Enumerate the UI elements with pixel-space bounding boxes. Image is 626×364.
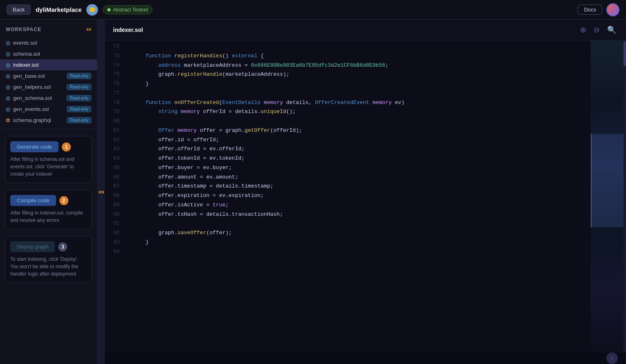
app-avatar: 🙂	[86, 4, 98, 16]
code-line: string memory offerId = details.uniqueId…	[126, 107, 591, 117]
minimap-highlight	[591, 134, 624, 227]
deploy-card-desc: To start indexing, click 'Deploy'. You w…	[10, 255, 87, 278]
code-line	[126, 247, 591, 257]
code-line: Offer memory offer = graph.getOffer(offe…	[126, 126, 591, 136]
minimap	[591, 41, 624, 352]
file-name: schema.sol	[13, 51, 40, 57]
sol-icon: ◎	[6, 51, 10, 57]
zoom-controls: ⊕ ⊖ 🔍	[578, 25, 618, 35]
generate-code-button[interactable]: Generate code	[10, 141, 59, 152]
zoom-reset-button[interactable]: ⊖	[592, 25, 601, 35]
readonly-badge: Read-only	[67, 73, 91, 79]
app-title: dyliMarketplace	[36, 6, 82, 13]
compile-card-btn-row: Compile code 2	[10, 195, 87, 206]
code-line	[126, 219, 591, 228]
code-line: offer.isActive = true;	[126, 201, 591, 210]
step-3-badge: 3	[58, 242, 67, 251]
deploy-graph-button[interactable]: Deploy graph	[10, 241, 55, 252]
code-line: address marketplaceAddress = 0x686E80Be9…	[126, 61, 591, 70]
readonly-badge: Read-only	[67, 106, 91, 112]
sidebar-item-schema[interactable]: ◎ schema.sol	[0, 48, 97, 59]
sidebar-item-gen-events[interactable]: ◎ gen_events.sol Read-only	[0, 104, 97, 115]
file-name: schema.graphql	[13, 117, 51, 123]
compile-code-button[interactable]: Compile code	[10, 195, 56, 206]
code-line: function onOfferCreated(EventDetails mem…	[126, 98, 591, 108]
code-line	[126, 117, 591, 126]
graphql-icon: ✿	[6, 117, 10, 123]
code-line: function registerHandles() external {	[126, 52, 591, 61]
code-line: offer.offerId = ev.offerId;	[126, 145, 591, 154]
file-name: gen_events.sol	[13, 106, 49, 112]
generate-card-btn-row: Generate code 1	[10, 141, 87, 152]
topnav: Back dyliMarketplace 🙂 Abstract Testnet …	[0, 0, 626, 20]
generate-card: Generate code 1 After filling in schema.…	[5, 136, 92, 183]
deploy-card: Deploy graph 3 To start indexing, click …	[5, 236, 92, 283]
code-line: offer.amount = ev.amount;	[126, 173, 591, 182]
code-panel: indexer.sol ⊕ ⊖ 🔍 7273747576777879808182…	[105, 20, 626, 364]
code-line: }	[126, 79, 591, 89]
sol-icon: ◎	[6, 84, 10, 90]
network-status-dot	[107, 8, 111, 11]
step-2-badge: 2	[59, 196, 68, 205]
sidebar-item-events[interactable]: ◎ events.sol	[0, 37, 97, 48]
deploy-card-btn-row: Deploy graph 3	[10, 241, 87, 252]
code-content[interactable]: function registerHandles() external { ad…	[126, 41, 591, 352]
sol-icon: ◎	[6, 95, 10, 101]
code-line	[126, 42, 591, 52]
sol-icon: ◎	[6, 62, 10, 68]
code-line: offer.expiration = ev.expiration;	[126, 191, 591, 201]
sidebar-item-gen-base[interactable]: ◎ gen_base.sol Read-only	[0, 70, 97, 81]
sidebar-item-gen-helpers[interactable]: ◎ gen_helpers.sol Read-only	[0, 81, 97, 93]
readonly-badge: Read-only	[67, 117, 91, 123]
readonly-badge: Read-only	[67, 84, 91, 90]
file-name: indexer.sol	[13, 62, 39, 68]
code-line: graph.saveOffer(offer);	[126, 228, 591, 238]
editor-filename: indexer.sol	[113, 27, 143, 33]
user-avatar	[606, 3, 619, 16]
network-badge: Abstract Testnet	[103, 5, 152, 14]
code-line: graph.registerHandle(marketplaceAddress)…	[126, 70, 591, 79]
sidebar-item-gen-schema[interactable]: ◎ gen_schema.sol Read-only	[0, 93, 97, 104]
sidebar-header: WORKSPACE ⇔	[0, 24, 97, 37]
compile-card-desc: After filling in indexer.sol, compile an…	[10, 209, 87, 224]
zoom-out-button[interactable]: 🔍	[606, 25, 618, 35]
sol-icon: ◎	[6, 106, 10, 112]
bottom-bar: ↑	[105, 352, 626, 364]
code-editor: 7273747576777879808182838485868788899091…	[105, 41, 626, 352]
sol-icon: ◎	[6, 40, 10, 46]
line-numbers: 7273747576777879808182838485868788899091…	[105, 41, 126, 352]
compile-card: Compile code 2 After filling in indexer.…	[5, 190, 92, 229]
zoom-in-button[interactable]: ⊕	[578, 25, 588, 35]
sol-icon: ◎	[6, 73, 10, 79]
readonly-badge: Read-only	[67, 95, 91, 101]
sidebar-item-indexer[interactable]: ◎ indexer.sol	[0, 59, 97, 70]
file-name: gen_schema.sol	[13, 95, 52, 101]
docs-button[interactable]: Docs	[578, 5, 602, 15]
code-line: offer.timestamp = details.timestamp;	[126, 182, 591, 191]
code-line	[126, 89, 591, 98]
workspace-label: WORKSPACE	[6, 27, 41, 32]
code-line: offer.id = offerId;	[126, 136, 591, 145]
vertical-scrollbar[interactable]	[624, 41, 626, 352]
network-label: Abstract Testnet	[113, 7, 148, 13]
file-name: gen_helpers.sol	[13, 84, 51, 90]
resize-handle[interactable]: ⇔	[98, 20, 105, 364]
file-name: gen_base.sol	[13, 73, 45, 79]
scroll-top-button[interactable]: ↑	[606, 353, 618, 364]
main-layout: WORKSPACE ⇔ ◎ events.sol ◎ schema.sol ◎ …	[0, 20, 626, 364]
code-header: indexer.sol ⊕ ⊖ 🔍	[105, 20, 626, 41]
code-line: }	[126, 238, 591, 247]
file-name: events.sol	[13, 40, 37, 46]
code-line: offer.tokenId = ev.tokenId;	[126, 154, 591, 163]
scrollbar-thumb[interactable]	[624, 41, 626, 66]
back-button[interactable]: Back	[7, 5, 31, 15]
sidebar: WORKSPACE ⇔ ◎ events.sol ◎ schema.sol ◎ …	[0, 20, 98, 364]
generate-card-desc: After filling in schema.sol and events.s…	[10, 156, 87, 178]
collapse-icon[interactable]: ⇔	[86, 25, 91, 33]
code-line: offer.buyer = ev.buyer;	[126, 163, 591, 173]
code-line: offer.txHash = details.transactionHash;	[126, 210, 591, 219]
step-1-badge: 1	[62, 142, 71, 151]
sidebar-item-schema-graphql[interactable]: ✿ schema.graphql Read-only	[0, 115, 97, 126]
